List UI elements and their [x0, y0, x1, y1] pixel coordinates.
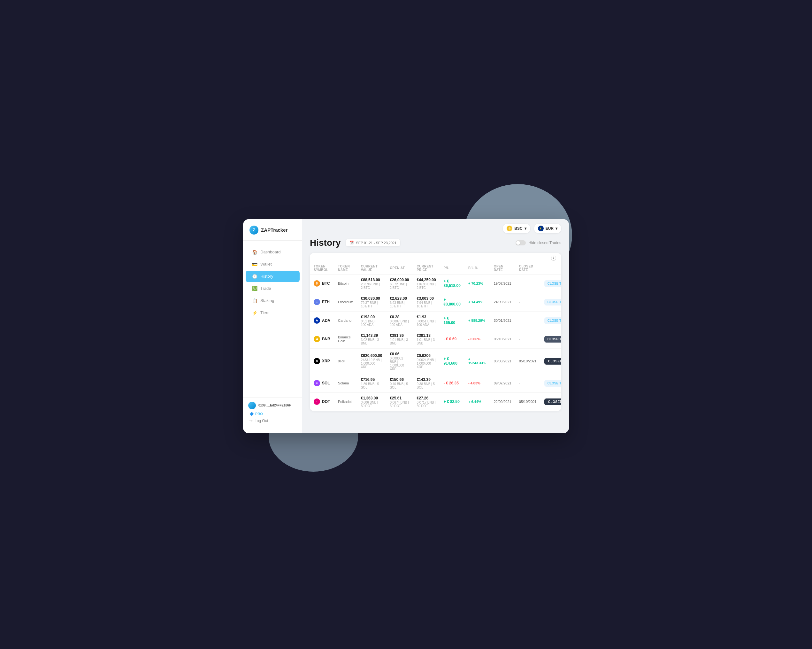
col-open-at: OPEN AT [386, 262, 413, 275]
token-icon: ≡ [314, 380, 320, 386]
current-price-main: €381.13 [417, 333, 436, 338]
cell-current-value: €716.95 1.89 BNB | 5 SOL [357, 374, 386, 392]
sidebar-item-staking[interactable]: 📋 Staking [246, 295, 300, 307]
avatar [248, 402, 256, 409]
info-icon[interactable]: ℹ [551, 256, 556, 261]
logo-text: ZAPTracker [261, 227, 287, 233]
sidebar-item-wallet[interactable]: 💳 Wallet [246, 258, 300, 270]
closed-button[interactable]: CLOSED [544, 358, 561, 365]
cell-pnl-pct: - 0.06% [464, 330, 490, 348]
pnl-pct-value: - 0.06% [468, 337, 481, 341]
currency-chevron-icon: ▾ [556, 226, 557, 231]
cell-closed-date: - [515, 330, 540, 348]
cell-open-date: 05/10/2021 [490, 330, 515, 348]
cell-name: Bitcoin [334, 274, 357, 293]
cell-action: CLOSED [540, 392, 561, 411]
cell-pnl: - € 0.69 [440, 330, 464, 348]
hide-closed-toggle[interactable] [516, 240, 526, 246]
sidebar-item-trade[interactable]: 💹 Trade [246, 283, 300, 294]
cell-name: Ethereum [334, 293, 357, 311]
current-value-main: €1,363.00 [361, 396, 382, 400]
token-icon: · [314, 399, 320, 405]
toggle-knob [516, 241, 520, 245]
token-name: XRP [338, 359, 345, 363]
network-selector[interactable]: B BSC ▾ [503, 224, 530, 233]
token-symbol: ADA [322, 318, 330, 323]
sidebar-item-history[interactable]: 🕐 History [246, 271, 300, 282]
sidebar-item-wallet-label: Wallet [260, 262, 272, 267]
tiers-icon: ⚡ [252, 310, 257, 315]
cell-pnl-pct: + 70.23% [464, 274, 490, 293]
open-date: 30/01/2021 [494, 319, 511, 322]
close-trade-button[interactable]: CLOSE TRADE [544, 380, 561, 387]
hide-closed-label: Hide closed Trades [528, 241, 561, 245]
close-trade-button[interactable]: CLOSE TRADE [544, 317, 561, 324]
table-row: ₳ ADA Cardano €193.00 0.51 BNB | 100 ADA… [310, 311, 561, 330]
col-symbol: TOKEN SYMBOL [310, 262, 334, 275]
cell-name: Polkadot [334, 392, 357, 411]
cell-name: Solana [334, 374, 357, 392]
table-row: · DOT Polkadot €1,363.00 3.606 BNB | 50 … [310, 392, 561, 411]
open-at-main: €0.06 [390, 352, 409, 356]
current-price-main: €0.9206 [417, 353, 436, 358]
token-symbol: BNB [322, 337, 330, 341]
history-icon: 🕐 [252, 274, 257, 279]
open-at-main: €2,623.00 [390, 296, 409, 301]
current-value-sub: 79.37 BNB | 10 ETH [361, 301, 382, 308]
currency-label: EUR [546, 226, 554, 231]
logo: Z ZAPTracker [243, 226, 302, 241]
close-trade-button[interactable]: CLOSE TRADE [544, 299, 561, 305]
sidebar-item-tiers[interactable]: ⚡ Tiers [246, 307, 300, 319]
nav-items: 🏠 Dashboard 💳 Wallet 🕐 History 💹 Trade 📋 [243, 241, 302, 397]
cell-action: CLOSE TRADE [540, 311, 561, 330]
open-date: 05/10/2021 [494, 337, 511, 341]
pnl-value: - € 26.35 [444, 381, 459, 385]
cell-pnl: + € 82.50 [440, 392, 464, 411]
current-value-sub: 233.96 BNB | 2 BTC [361, 283, 382, 290]
logo-icon: Z [249, 226, 258, 235]
cell-open-at: €2,623.00 6.93 BNB | 10 ETH [386, 293, 413, 311]
cell-name: Cardano [334, 311, 357, 330]
token-icon: ₿ [314, 280, 320, 287]
closed-button[interactable]: CLOSED [544, 399, 561, 405]
cell-open-date: 09/07/2021 [490, 374, 515, 392]
pnl-pct-value: + 15243.33% [468, 357, 486, 365]
col-open-date: OPEN DATE [490, 262, 515, 275]
table-info-row: ℹ [310, 253, 561, 262]
token-symbol: SOL [322, 381, 330, 385]
sidebar: Z ZAPTracker 🏠 Dashboard 💳 Wallet 🕐 Hist… [243, 219, 302, 433]
current-value-main: €1,143.39 [361, 333, 382, 338]
currency-selector[interactable]: € EUR ▾ [534, 224, 561, 233]
open-at-sub: 0.000002 BNB | 1,000,000 XRP [390, 357, 409, 371]
col-action [540, 262, 561, 275]
sidebar-item-tiers-label: Tiers [260, 310, 269, 315]
closed-date: - [519, 281, 520, 286]
logout-button[interactable]: ↪ Log Out [248, 418, 297, 423]
token-icon: ✕ [314, 358, 320, 364]
cell-symbol: ✕ XRP [310, 348, 334, 374]
open-date: 22/09/2021 [494, 400, 511, 403]
cell-open-date: 19/07/2021 [490, 274, 515, 293]
open-at-sub: 68.72 BNB | 2 BTC [390, 283, 409, 290]
cell-open-date: 22/09/2021 [490, 392, 515, 411]
cell-symbol: ≡ SOL [310, 374, 334, 392]
token-symbol: DOT [322, 399, 330, 404]
sidebar-item-dashboard[interactable]: 🏠 Dashboard [246, 246, 300, 258]
sidebar-item-history-label: History [260, 274, 273, 279]
cell-current-value: €193.00 0.51 BNB | 100 ADA [357, 311, 386, 330]
network-label: BSC [514, 226, 522, 231]
hide-closed-toggle-row: Hide closed Trades [516, 240, 561, 246]
current-price-sub: 0.38 BNB | 5 SOL [417, 382, 436, 389]
date-filter-button[interactable]: 📅 SEP 01.21 - SEP 23,2021 [346, 239, 400, 246]
logout-label: Log Out [255, 418, 268, 423]
cell-name: XRP [334, 348, 357, 374]
close-trade-button[interactable]: CLOSE TRADE [544, 280, 561, 287]
closed-trade-button[interactable]: CLOSED TRADE [544, 336, 561, 342]
token-symbol: XRP [322, 359, 330, 363]
table-row: ◆ BNB Binance Coin €1,143.39 3.02 BNB | … [310, 330, 561, 348]
trades-table: TOKEN SYMBOL TOKEN NAME CURRENT VALUE OP… [310, 262, 561, 411]
cell-open-at: €26,000.00 68.72 BNB | 2 BTC [386, 274, 413, 293]
col-name: TOKEN NAME [334, 262, 357, 275]
dashboard-icon: 🏠 [252, 250, 257, 255]
col-pnl: P/L [440, 262, 464, 275]
